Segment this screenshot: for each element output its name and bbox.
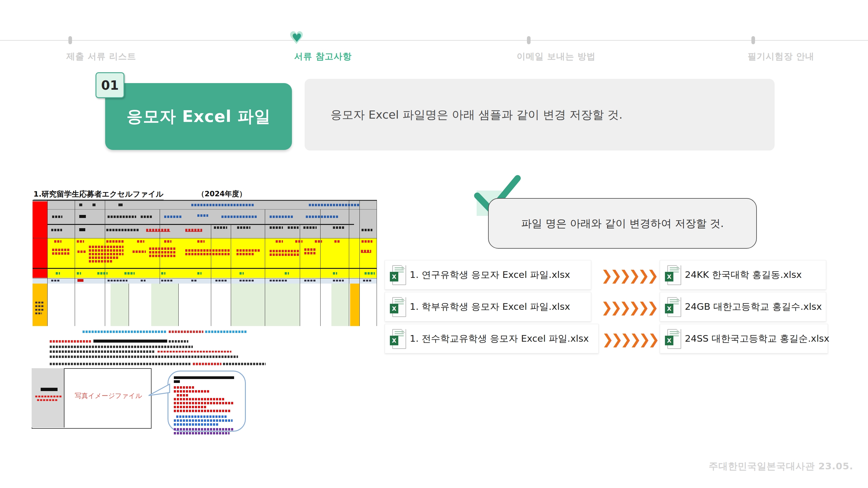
text-line — [52, 249, 70, 251]
text-line — [132, 251, 146, 253]
table-body-band — [33, 284, 377, 326]
section-number-badge: 01 — [95, 72, 124, 98]
text-line — [197, 240, 205, 242]
text-line — [295, 240, 303, 242]
text-line — [214, 226, 227, 229]
table-rule-bold — [33, 268, 377, 269]
section-title: 응모자 Excel 파일 — [127, 106, 271, 128]
heart-icon: ♥ — [292, 31, 302, 44]
table-red-col — [33, 201, 48, 278]
text-line — [174, 406, 207, 408]
note-line — [50, 350, 155, 353]
note-line — [93, 339, 167, 343]
excel-file-icon: X — [665, 265, 681, 285]
text-line — [51, 280, 60, 282]
text-line — [240, 272, 244, 274]
note-line — [83, 330, 167, 333]
step-dot-1 — [68, 36, 72, 44]
table-green-col — [151, 284, 178, 326]
note-line — [50, 340, 92, 343]
text-line — [79, 228, 85, 231]
text-line — [161, 272, 165, 274]
photo-diagram-gray-cell — [32, 368, 64, 427]
tab-document-notes[interactable]: 서류 참고사항 — [260, 51, 386, 63]
text-line — [174, 428, 234, 430]
text-line — [174, 410, 231, 412]
text-line — [237, 253, 255, 255]
text-line — [54, 240, 61, 242]
text-line — [306, 216, 339, 218]
text-line — [309, 204, 360, 206]
excel-x-glyph: X — [390, 336, 398, 345]
tab-written-exam-info[interactable]: 필기시험장 안내 — [718, 51, 844, 63]
table-vline — [320, 209, 320, 326]
table-vline — [231, 224, 231, 326]
text-line — [174, 386, 195, 389]
text-line — [79, 203, 82, 206]
text-line — [270, 226, 283, 229]
tab-email-method[interactable]: 이메일 보내는 방법 — [493, 51, 619, 63]
text-line — [35, 302, 44, 303]
table-vline — [360, 200, 360, 326]
note-line — [50, 356, 238, 358]
text-line — [185, 249, 230, 252]
file-card-before: X 1. 연구유학생 응모자 Excel 파일.xlsx — [385, 260, 591, 290]
text-line — [141, 216, 153, 218]
text-line — [79, 215, 86, 218]
excel-file-icon: X — [665, 329, 681, 348]
text-line — [197, 272, 202, 274]
tab-submission-doc-list[interactable]: 제출 서류 리스트 — [38, 51, 164, 63]
text-line — [174, 423, 219, 426]
file-card-before: X 1. 학부유학생 응모자 Excel 파일.xlsx — [385, 292, 591, 322]
file-name-before: 1. 학부유학생 응모자 Excel 파일.xlsx — [410, 300, 570, 313]
text-line — [174, 390, 210, 393]
table-green-col — [332, 284, 349, 326]
table-vline — [300, 224, 300, 326]
excel-file-icon: X — [390, 297, 406, 316]
text-line — [106, 240, 124, 242]
text-line — [270, 250, 300, 252]
note-line — [169, 330, 204, 333]
text-line — [240, 280, 255, 282]
text-line — [304, 252, 316, 254]
section-title-box: 응모자 Excel 파일 — [105, 83, 292, 150]
text-line — [285, 272, 289, 274]
text-line — [56, 272, 60, 274]
text-line — [177, 394, 189, 396]
rename-instruction-bubble: 파일 명은 아래와 같이 변경하여 저장할 것. — [488, 198, 757, 249]
photo-image-label: 写真イメージファイル — [74, 391, 143, 400]
table-vline — [129, 284, 129, 326]
excel-sheet-screenshot: 1.研究留学生応募者エクセルファイル （2024年度） — [29, 187, 390, 436]
text-line — [106, 229, 140, 231]
text-line — [78, 251, 87, 253]
text-line — [89, 257, 119, 259]
text-line — [89, 260, 113, 262]
text-line — [164, 216, 182, 218]
text-line — [89, 246, 124, 248]
text-line — [221, 216, 257, 218]
table-orange-col-right — [350, 284, 360, 326]
text-line — [174, 376, 234, 379]
text-line — [270, 254, 300, 256]
text-line — [333, 272, 337, 274]
progress-line — [0, 40, 868, 41]
text-line — [191, 204, 255, 206]
table-vline — [75, 200, 75, 326]
text-line — [174, 380, 180, 383]
text-line — [149, 251, 176, 254]
section-description: 응모자 Excel 파일명은 아래 샘플과 같이 변경 저장할 것. — [331, 107, 622, 123]
text-line — [118, 203, 123, 206]
excel-file-icon: X — [665, 297, 681, 316]
table-yellow-band — [33, 238, 377, 278]
rename-arrow-icon: ❯❯❯❯❯❯ — [601, 299, 652, 316]
table-orange-col-left — [33, 284, 47, 326]
text-line — [361, 250, 371, 253]
file-card-before: X 1. 전수학교유학생 응모자 Excel 파일.xlsx — [385, 324, 599, 353]
callout-pointer — [149, 382, 170, 403]
excel-x-glyph: X — [665, 304, 673, 314]
text-line — [161, 280, 173, 282]
text-line — [137, 240, 144, 242]
table-vline — [377, 200, 377, 326]
text-line — [41, 388, 58, 391]
excel-x-glyph: X — [665, 336, 673, 345]
